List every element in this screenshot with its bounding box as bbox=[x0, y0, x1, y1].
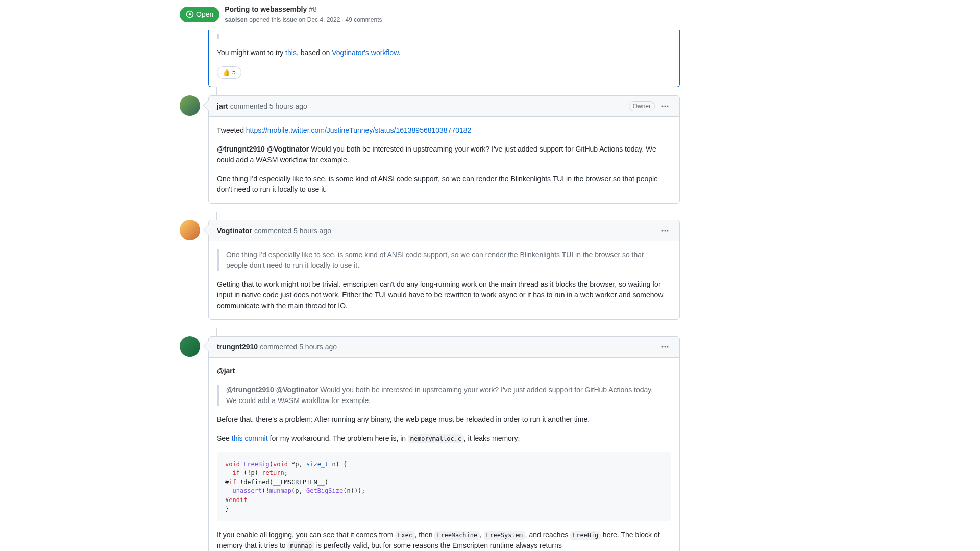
link-workflow[interactable]: Vogtinator's workflow bbox=[332, 48, 398, 57]
issue-title-row: Porting to webassembly #8 bbox=[225, 4, 800, 15]
inline-code: memorymalloc.c bbox=[408, 434, 464, 444]
sticky-header: Open Porting to webassembly #8 saolsen o… bbox=[0, 0, 980, 30]
comment-menu-button[interactable] bbox=[659, 341, 671, 353]
svg-point-7 bbox=[667, 230, 669, 232]
issue-number: #8 bbox=[309, 5, 317, 13]
issue-meta: saolsen opened this issue on Dec 4, 2022… bbox=[225, 15, 800, 24]
issue-author[interactable]: saolsen bbox=[225, 16, 248, 23]
avatar[interactable] bbox=[180, 95, 200, 116]
svg-point-1 bbox=[189, 13, 191, 16]
comment: Vogtinator commented 5 hours ago One thi… bbox=[180, 220, 680, 320]
issue-state-label: Open bbox=[196, 9, 213, 20]
timeline-connector bbox=[216, 87, 217, 95]
comment-author[interactable]: jart bbox=[217, 101, 228, 112]
code-block: void FreeBig(void *p, size_t n) { if (!p… bbox=[217, 452, 671, 521]
svg-point-5 bbox=[662, 230, 664, 232]
comment-menu-button[interactable] bbox=[659, 224, 671, 237]
comment-timestamp[interactable]: 5 hours ago bbox=[270, 101, 307, 112]
avatar[interactable] bbox=[180, 336, 200, 357]
issue-title[interactable]: Porting to webassembly bbox=[225, 5, 307, 13]
mention[interactable]: @trungnt2910 bbox=[217, 145, 265, 153]
comment: trungnt2910 commented 5 hours ago @jart … bbox=[180, 336, 680, 551]
owner-badge: Owner bbox=[629, 101, 655, 111]
link-this[interactable]: this bbox=[285, 48, 297, 57]
comment-timestamp[interactable]: 5 hours ago bbox=[293, 226, 331, 236]
issue-state-badge: Open bbox=[180, 7, 219, 22]
svg-point-4 bbox=[667, 106, 669, 107]
issue-open-icon bbox=[186, 10, 194, 18]
comment-menu-button[interactable] bbox=[659, 100, 671, 112]
svg-point-8 bbox=[662, 346, 664, 348]
comment-timestamp[interactable]: 5 hours ago bbox=[299, 342, 337, 353]
thumbs-up-icon: 👍 bbox=[223, 68, 230, 77]
tweet-link[interactable]: https://mobile.twitter.com/JustineTunney… bbox=[246, 126, 472, 134]
mention[interactable]: @jart bbox=[217, 367, 235, 375]
timeline-connector bbox=[216, 212, 217, 220]
svg-point-2 bbox=[662, 106, 664, 107]
commit-link[interactable]: this commit bbox=[232, 434, 268, 442]
comments-count: 49 comments bbox=[345, 16, 382, 23]
avatar[interactable] bbox=[180, 220, 200, 240]
quote-block bbox=[217, 34, 671, 39]
svg-point-9 bbox=[665, 346, 666, 348]
kebab-icon bbox=[661, 343, 669, 351]
reaction-thumbs-up[interactable]: 👍 5 bbox=[217, 66, 241, 79]
svg-point-10 bbox=[667, 346, 669, 348]
quote-block: @trungnt2910 @Vogtinator Would you both … bbox=[217, 385, 671, 406]
highlighted-comment: You might want to try this, based on Vog… bbox=[208, 30, 680, 87]
comment: jart commented 5 hours ago Owner Tweeted… bbox=[180, 95, 680, 204]
svg-point-6 bbox=[665, 230, 666, 232]
quote-block: One thing I'd especially like to see, is… bbox=[217, 249, 671, 271]
comment-author[interactable]: trungnt2910 bbox=[217, 342, 258, 353]
kebab-icon bbox=[661, 102, 669, 110]
svg-point-3 bbox=[665, 106, 666, 107]
comment-author[interactable]: Vogtinator bbox=[217, 226, 252, 236]
kebab-icon bbox=[661, 227, 669, 235]
timeline-connector bbox=[216, 328, 217, 336]
reaction-count: 5 bbox=[232, 68, 236, 77]
mention[interactable]: @Vogtinator bbox=[267, 145, 309, 153]
